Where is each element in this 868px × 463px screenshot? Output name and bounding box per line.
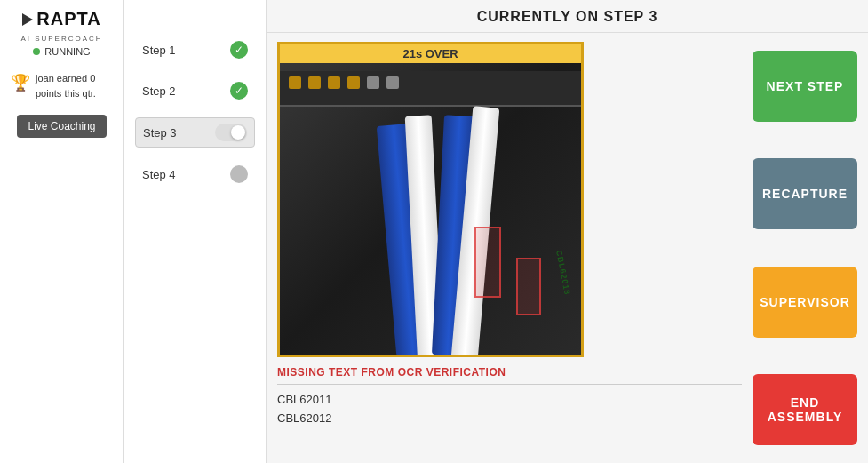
step-4-row: Step 4 bbox=[135, 160, 255, 188]
step-1-row: Step 1 ✓ bbox=[135, 36, 255, 64]
status-indicator: RUNNING bbox=[33, 46, 90, 57]
over-label: 21s OVER bbox=[280, 44, 581, 63]
step-3-toggle-icon bbox=[215, 124, 247, 141]
step-4-label: Step 4 bbox=[142, 168, 176, 181]
step-3-label: Step 3 bbox=[143, 126, 177, 140]
page-title: CURRENTLY ON STEP 3 bbox=[267, 0, 868, 33]
step-1-label: Step 1 bbox=[142, 44, 176, 57]
cable-area: CBL62018 CBL62020 bbox=[280, 71, 581, 355]
recapture-button[interactable]: RECAPTURE bbox=[753, 158, 857, 229]
camera-section: 21s OVER bbox=[277, 42, 742, 454]
logo-text: RAPTA bbox=[36, 9, 100, 29]
end-assembly-button[interactable]: END ASSEMBLY bbox=[753, 374, 857, 445]
logo-triangle-icon bbox=[22, 13, 33, 26]
main-body: 21s OVER bbox=[267, 33, 868, 463]
step-2-check-icon: ✓ bbox=[230, 82, 248, 100]
step-2-label: Step 2 bbox=[142, 84, 176, 98]
ocr-section: MISSING TEXT FROM OCR VERIFICATION CBL62… bbox=[277, 366, 742, 427]
status-label: RUNNING bbox=[44, 46, 90, 57]
ocr-divider bbox=[277, 384, 742, 385]
step-3-row: Step 3 bbox=[135, 117, 255, 148]
steps-panel: Step 1 ✓ Step 2 ✓ Step 3 Step 4 bbox=[124, 0, 267, 463]
camera-image: CBL62018 CBL62020 bbox=[280, 44, 581, 355]
user-earned: joan earned 0 bbox=[36, 71, 96, 86]
ocr-item-2: CBL62012 bbox=[277, 409, 742, 427]
live-coaching-button[interactable]: Live Coaching bbox=[17, 115, 106, 138]
next-step-button[interactable]: NEXT STEP bbox=[753, 51, 857, 122]
status-dot-icon bbox=[33, 48, 40, 55]
action-buttons: NEXT STEP RECAPTURE SUPERVISOR END ASSEM… bbox=[753, 42, 857, 454]
user-points: points this qtr. bbox=[36, 86, 96, 101]
trophy-icon: 🏆 bbox=[11, 73, 30, 92]
supervisor-button[interactable]: SUPERVISOR bbox=[753, 267, 857, 338]
logo: RAPTA bbox=[22, 9, 100, 29]
detection-box-2 bbox=[516, 258, 541, 315]
step-2-row: Step 2 ✓ bbox=[135, 76, 255, 105]
sidebar: RAPTA AI SUPERCOACH RUNNING 🏆 joan earne… bbox=[0, 0, 124, 463]
ocr-item-1: CBL62011 bbox=[277, 390, 742, 409]
user-info: 🏆 joan earned 0 points this qtr. bbox=[0, 71, 123, 100]
main-content: CURRENTLY ON STEP 3 21s OVER bbox=[267, 0, 868, 463]
cable-label-left: CBL62018 bbox=[554, 250, 572, 296]
ocr-title: MISSING TEXT FROM OCR VERIFICATION bbox=[277, 366, 742, 379]
detection-box-1 bbox=[474, 227, 501, 298]
step-4-circle-icon bbox=[230, 165, 248, 183]
step-1-check-icon: ✓ bbox=[230, 41, 248, 59]
user-text: joan earned 0 points this qtr. bbox=[36, 71, 96, 100]
camera-feed: 21s OVER bbox=[277, 42, 584, 357]
logo-sub: AI SUPERCOACH bbox=[20, 35, 102, 43]
